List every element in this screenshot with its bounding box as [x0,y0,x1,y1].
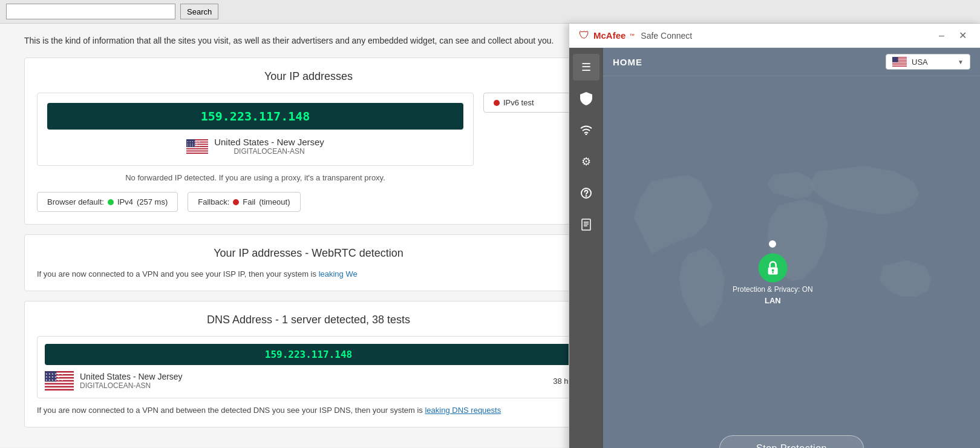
webrtc-title: Your IP addresses - WebRTC detection [37,247,580,260]
dns-us-flag-icon: ★ ★ ★ ★ ★ ★ ★ ★ ★ ★ ★ ★ ★ ★ ★ ★ ★ [45,371,74,390]
left-content: Your IP addresses 159.223.117.148 [24,58,593,427]
dns-title: DNS Address - 1 server detected, 38 test… [37,314,580,326]
dns-leak-text: If you are now connected to a VPN and be… [37,406,580,415]
dns-location-name: United States - New Jersey [80,372,183,381]
close-button[interactable]: ✕ [955,28,970,42]
svg-point-22 [586,134,587,136]
mcafee-main-panel: HOME USA [603,48,980,448]
svg-rect-5 [186,149,208,150]
browser-toolbar: Search [0,0,980,24]
svg-text:★ ★ ★ ★ ★ ★: ★ ★ ★ ★ ★ ★ [45,378,64,381]
mcafee-window: 🛡 McAfee ™ Safe Connect – ✕ ☰ [569,24,980,448]
dns-leak-link[interactable]: leaking DNS requests [425,406,501,415]
dns-ip-display: 159.223.117.148 [45,344,572,365]
ip-box: 159.223.117.148 [37,93,474,166]
search-input[interactable] [6,4,175,19]
protection-privacy-text: Protection & Privacy: ON [733,285,813,293]
svg-rect-25 [582,219,590,230]
ip-card-title: Your IP addresses [37,70,580,83]
stop-protection-button[interactable]: Stop Protection [719,435,864,448]
map-area: Protection & Privacy: ON LAN [603,76,980,426]
dns-location-left: ★ ★ ★ ★ ★ ★ ★ ★ ★ ★ ★ ★ ★ ★ ★ ★ ★ United… [45,371,183,390]
webrtc-leak-link[interactable]: leaking We [319,269,358,278]
ipv4-status-dot [108,199,114,205]
dns-asn: DIGITALOCEAN-ASN [80,381,183,390]
sidebar-shield-icon[interactable] [573,85,599,112]
fallback-status-label: Fail [243,197,255,206]
mcafee-shield-icon: 🛡 [579,29,590,42]
svg-rect-17 [45,387,74,389]
world-map-svg [603,76,980,426]
no-forward-text: No forwarded IP detected. If you are usi… [37,173,474,182]
svg-rect-34 [892,64,907,64]
mcafee-logo: 🛡 McAfee ™ Safe Connect [579,29,692,42]
fallback-detail-label: (timeout) [259,197,290,206]
vpn-lock-icon [758,253,787,282]
svg-point-38 [771,269,774,271]
svg-point-24 [586,196,587,196]
mcafee-trademark: ™ [629,33,635,39]
location-pin [769,240,776,248]
sidebar-menu-icon[interactable]: ☰ [573,54,599,81]
sidebar-gear-icon[interactable]: ⚙ [573,148,599,175]
dns-location-row: ★ ★ ★ ★ ★ ★ ★ ★ ★ ★ ★ ★ ★ ★ ★ ★ ★ United… [45,371,572,390]
pin-dot [769,240,776,248]
browser-default-label: Browser default: [47,197,104,206]
webrtc-text: If you are now connected to a VPN and yo… [37,269,580,278]
latency-label: (257 ms) [137,197,168,206]
location-info: United States - New Jersey DIGITALOCEAN-… [214,137,324,156]
sidebar-help-icon[interactable] [573,180,599,206]
svg-rect-33 [892,62,907,63]
sidebar-doc-icon[interactable] [573,211,599,238]
webrtc-card: Your IP addresses - WebRTC detection If … [24,234,593,291]
location-row: ★ ★ ★ ★ ★ ★ ★ ★ ★ ★ ★ ★ ★ ★ ★ ★ ★ United… [186,137,324,156]
home-label: HOME [613,57,642,67]
mcafee-brand-name: McAfee [593,30,626,41]
ipv6-label: IPv6 test [503,98,534,107]
svg-rect-4 [186,147,208,148]
us-flag-icon: ★ ★ ★ ★ ★ ★ ★ ★ ★ ★ ★ ★ ★ ★ ★ ★ ★ [186,139,208,154]
fallback-badge: Fallback: Fail (timeout) [188,192,300,212]
svg-rect-36 [892,57,898,62]
browser-default-badge: Browser default: IPv4 (257 ms) [37,192,178,212]
location-name: United States - New Jersey [214,137,324,147]
dns-card: DNS Address - 1 server detected, 38 test… [24,301,593,427]
sidebar-wifi-icon[interactable] [573,117,599,143]
protocol-row: Browser default: IPv4 (257 ms) Fallback:… [37,192,474,212]
fallback-label: Fallback: [198,197,229,206]
ipv6-status-dot [494,100,500,106]
mcafee-header-bar: HOME USA [603,48,980,76]
country-name-label: USA [912,58,953,67]
fallback-status-dot [233,199,239,205]
vpn-status-container: Protection & Privacy: ON LAN [733,253,813,305]
dns-ip-box: 159.223.117.148 ★ ★ ★ ★ ★ ★ [37,336,580,398]
stop-protection-area: Stop Protection [603,426,980,448]
chevron-down-icon: ▼ [958,59,964,65]
svg-rect-6 [186,151,208,153]
mcafee-body: ☰ ⚙ [569,48,980,448]
country-selector[interactable]: USA ▼ [886,54,970,70]
search-button[interactable]: Search [180,4,218,19]
country-flag-icon [892,57,907,67]
svg-rect-16 [45,384,74,386]
protocol-label: IPv4 [117,197,133,206]
ipv6-section: IPv6 test [483,93,580,113]
dns-location-info: United States - New Jersey DIGITALOCEAN-… [80,372,183,390]
mcafee-titlebar: 🛡 McAfee ™ Safe Connect – ✕ [569,24,980,48]
svg-text:★ ★ ★ ★ ★ ★: ★ ★ ★ ★ ★ ★ [187,145,200,147]
network-type-label: LAN [765,295,781,305]
mcafee-sidebar: ☰ ⚙ [569,48,603,448]
minimize-button[interactable]: – [935,28,948,42]
ip-address-display: 159.223.117.148 [47,103,463,130]
mcafee-window-controls: – ✕ [935,28,970,42]
svg-rect-15 [45,381,74,383]
mcafee-product-name: Safe Connect [641,31,692,41]
asn-name: DIGITALOCEAN-ASN [214,147,324,156]
svg-rect-35 [892,65,907,66]
ipv6-badge: IPv6 test [483,93,580,113]
ip-addresses-card: Your IP addresses 159.223.117.148 [24,58,593,225]
main-content: This is the kind of information that all… [0,24,980,447]
